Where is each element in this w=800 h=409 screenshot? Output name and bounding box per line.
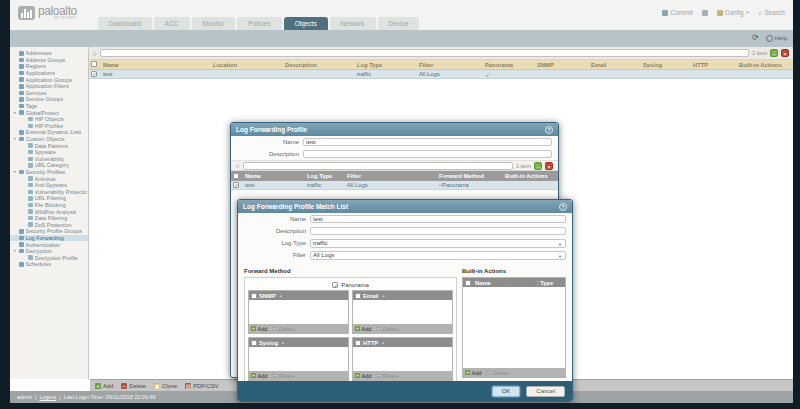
pdf-csv-button[interactable]: ▤PDF/CSV [185, 383, 218, 389]
help-icon[interactable]: ? [559, 203, 567, 211]
sidebar-item-dos-protection[interactable]: DoS Protection [10, 221, 88, 228]
row-checkbox[interactable] [91, 71, 97, 77]
sidebar-item-vulnerability[interactable]: Vulnerability [10, 156, 88, 163]
filter-select[interactable]: All Logs ▼ [310, 251, 566, 260]
table-row[interactable]: testtrafficAll Logs✓ [89, 70, 793, 79]
logout-link[interactable]: Logout [39, 394, 56, 400]
panel-list-http[interactable] [353, 347, 452, 371]
dialog-title-bar[interactable]: Log Forwarding Profile Match List ? [238, 200, 572, 213]
sidebar-item-security-profiles[interactable]: ▼Security Profiles [10, 169, 88, 176]
sidebar-item-url-filtering[interactable]: URL Filtering [10, 195, 88, 202]
help-icon[interactable]: ? [545, 126, 553, 134]
column-header-snmp[interactable]: SNMP [535, 62, 589, 68]
delete-button[interactable]: −Delete [272, 373, 294, 379]
built-in-actions-body[interactable] [463, 287, 565, 368]
sidebar-item-tags[interactable]: Tags [10, 103, 88, 110]
select-all-checkbox[interactable] [355, 340, 361, 346]
add-button[interactable]: +Add [251, 326, 267, 332]
column-header-filter[interactable]: Filter [345, 173, 437, 179]
sidebar-item-application-filters[interactable]: Application Filters [10, 83, 88, 90]
column-header-name[interactable]: Name [101, 62, 211, 68]
delete-button[interactable]: − Delete [486, 370, 508, 376]
sidebar-item-data-patterns[interactable]: Data Patterns [10, 142, 88, 149]
sidebar-item-applications[interactable]: Applications [10, 70, 88, 77]
sidebar-item-spyware[interactable]: Spyware [10, 149, 88, 156]
column-header-log-type[interactable]: Log Type [305, 173, 345, 179]
sidebar-item-authentication[interactable]: Authentication [10, 241, 88, 248]
panel-list-email[interactable] [353, 300, 452, 324]
commit-button[interactable]: Commit [662, 9, 692, 16]
match-list-row[interactable]: testtrafficAll Logs•Panorama [231, 181, 558, 190]
sidebar-item-data-filtering[interactable]: Data Filtering [10, 215, 88, 222]
delete-button[interactable]: −Delete [376, 373, 398, 379]
panel-list-snmp[interactable] [249, 300, 348, 324]
search-input[interactable] [243, 162, 513, 170]
search-button[interactable]: ⌕ Search [758, 9, 785, 16]
sidebar-item-address-groups[interactable]: Address Groups [10, 57, 88, 64]
tab-acc[interactable]: ACC [154, 17, 190, 30]
sidebar-item-services[interactable]: Services [10, 90, 88, 97]
help-button[interactable]: Help [766, 35, 787, 42]
sidebar-item-regions[interactable]: Regions [10, 63, 88, 70]
add-button[interactable]: +Add [355, 373, 371, 379]
add-button[interactable]: +Add [251, 373, 267, 379]
dialog-title-bar[interactable]: Log Forwarding Profile ? [231, 123, 558, 136]
select-all-checkbox[interactable] [355, 293, 361, 299]
sidebar-item-decryption-profile[interactable]: Decryption Profile [10, 254, 88, 261]
config-button[interactable]: Config ▼ [717, 9, 750, 16]
clear-filter-button[interactable]: × [781, 49, 789, 57]
sidebar-item-external-dynamic-lists[interactable]: External Dynamic Lists [10, 129, 88, 136]
select-all-checkbox[interactable] [251, 293, 257, 299]
description-input[interactable] [310, 227, 566, 235]
save-icon[interactable] [702, 10, 708, 16]
sidebar-item-service-groups[interactable]: Service Groups [10, 96, 88, 103]
add-button[interactable]: +Add [95, 383, 113, 389]
tab-network[interactable]: Network [330, 17, 376, 30]
sidebar-item-globalprotect[interactable]: ▼GlobalProtect [10, 109, 88, 116]
select-all-checkbox[interactable] [233, 173, 239, 179]
column-header-type[interactable]: Type [537, 280, 565, 286]
column-header-location[interactable]: Location [211, 62, 283, 68]
column-header-email[interactable]: Email [589, 62, 641, 68]
delete-button[interactable]: −Delete [272, 326, 294, 332]
column-header-filter[interactable]: Filter [417, 62, 483, 68]
tab-dashboard[interactable]: Dashboard [98, 17, 152, 30]
sidebar-item-antivirus[interactable]: Antivirus [10, 175, 88, 182]
clone-button[interactable]: ▣Clone [154, 383, 177, 389]
row-checkbox[interactable] [233, 182, 239, 188]
apply-filter-button[interactable]: → [770, 49, 778, 57]
sidebar-item-vulnerability-protection[interactable]: Vulnerability Protection [10, 188, 88, 195]
sidebar-item-decryption[interactable]: ▼Decryption [10, 248, 88, 255]
column-header-built-in-actions[interactable]: Built-in Actions [503, 173, 558, 179]
sidebar-item-application-groups[interactable]: Application Groups [10, 76, 88, 83]
column-header-log-type[interactable]: Log Type [355, 62, 417, 68]
sidebar-item-anti-spyware[interactable]: Anti-Spyware [10, 182, 88, 189]
clear-filter-button[interactable]: × [545, 162, 553, 170]
column-header-built-in-actions[interactable]: Built-in Actions [737, 62, 793, 68]
name-input[interactable] [303, 138, 552, 146]
sidebar-item-schedules[interactable]: Schedules [10, 261, 88, 268]
sidebar-item-file-blocking[interactable]: File Blocking [10, 202, 88, 209]
column-header-http[interactable]: HTTP [691, 62, 737, 68]
column-header-syslog[interactable]: Syslog [641, 62, 691, 68]
name-input[interactable] [310, 215, 566, 223]
delete-button[interactable]: −Delete [121, 383, 146, 389]
panorama-checkbox[interactable] [332, 282, 338, 288]
column-header-forward-method[interactable]: Forward Method [437, 173, 503, 179]
log-type-select[interactable]: traffic ▼ [310, 239, 566, 248]
select-all-checkbox[interactable] [91, 61, 97, 67]
sidebar-item-log-forwarding[interactable]: Log Forwarding [10, 235, 88, 242]
ok-button[interactable]: OK [492, 386, 521, 397]
refresh-icon[interactable]: ⟳ [752, 34, 759, 42]
sidebar-item-wildfire-analysis[interactable]: WildFire Analysis [10, 208, 88, 215]
column-header-panorama[interactable]: Panorama [483, 62, 535, 68]
sidebar-item-hip-profiles[interactable]: HIP Profiles [10, 123, 88, 130]
delete-button[interactable]: −Delete [376, 326, 398, 332]
tab-policies[interactable]: Policies [237, 17, 281, 30]
tab-objects[interactable]: Objects [284, 17, 328, 30]
apply-filter-button[interactable]: → [534, 162, 542, 170]
column-header-name[interactable]: Name [243, 173, 305, 179]
sidebar-item-url-category[interactable]: URL Category [10, 162, 88, 169]
tab-device[interactable]: Device [378, 17, 420, 30]
panel-list-syslog[interactable] [249, 347, 348, 371]
